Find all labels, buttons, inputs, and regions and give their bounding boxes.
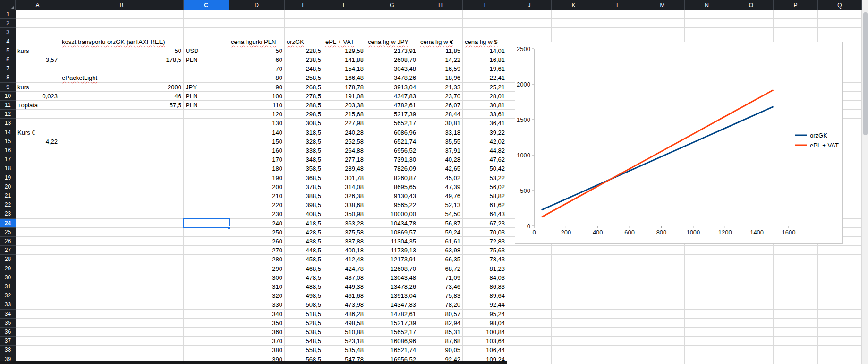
cell-A15[interactable]: 4,22 xyxy=(16,137,60,146)
column-header-F[interactable]: F xyxy=(323,0,366,10)
cell-F4[interactable]: ePL + VAT xyxy=(323,37,366,46)
cell-D36[interactable]: 360 xyxy=(229,328,285,337)
cell-E30[interactable]: 478,5 xyxy=(285,273,323,282)
row-header-17[interactable]: 17 xyxy=(0,155,16,164)
cell-I16[interactable]: 44,82 xyxy=(463,146,507,155)
select-all-corner[interactable] xyxy=(0,0,16,10)
cell-I6[interactable]: 16,81 xyxy=(463,55,507,64)
cell-H4[interactable]: cena fig w € xyxy=(418,37,463,46)
cell-I15[interactable]: 42,02 xyxy=(463,137,507,146)
cell-H9[interactable]: 21,33 xyxy=(418,83,463,92)
cell-D27[interactable]: 270 xyxy=(229,246,285,255)
cell-I31[interactable]: 86,83 xyxy=(463,282,507,291)
column-header-L[interactable]: L xyxy=(596,0,640,10)
cell-I37[interactable]: 103,64 xyxy=(463,337,507,346)
cell-H22[interactable]: 52,13 xyxy=(418,200,463,209)
column-header-N[interactable]: N xyxy=(685,0,729,10)
column-header-K[interactable]: K xyxy=(552,0,596,10)
row-header-24[interactable]: 24 xyxy=(0,219,16,228)
cell-I24[interactable]: 67,23 xyxy=(463,219,507,228)
cell-I30[interactable]: 84,03 xyxy=(463,273,507,282)
cell-E16[interactable]: 338,5 xyxy=(285,146,323,155)
row-header-37[interactable]: 37 xyxy=(0,337,16,346)
cell-B8[interactable]: ePacketLight xyxy=(60,73,184,82)
cell-H19[interactable]: 45,02 xyxy=(418,173,463,182)
cell-B6[interactable]: 178,5 xyxy=(60,55,184,64)
cell-E28[interactable]: 458,5 xyxy=(285,255,323,264)
cell-E14[interactable]: 318,5 xyxy=(285,128,323,137)
cell-G23[interactable]: 10000,00 xyxy=(366,209,418,218)
row-header-23[interactable]: 23 xyxy=(0,209,16,218)
cell-A9[interactable]: kurs xyxy=(16,83,60,92)
cell-E27[interactable]: 448,5 xyxy=(285,246,323,255)
cell-F7[interactable]: 154,18 xyxy=(323,64,366,73)
cell-H34[interactable]: 80,57 xyxy=(418,310,463,319)
row-header-33[interactable]: 33 xyxy=(0,300,16,309)
cell-I29[interactable]: 81,23 xyxy=(463,264,507,273)
cell-A11[interactable]: +opłata xyxy=(16,101,60,110)
cell-E22[interactable]: 398,5 xyxy=(285,200,323,209)
row-header-1[interactable]: 1 xyxy=(0,10,16,19)
cell-E37[interactable]: 548,5 xyxy=(285,337,323,346)
cell-G4[interactable]: cena fig w JPY xyxy=(366,37,418,46)
cell-E31[interactable]: 488,5 xyxy=(285,282,323,291)
cell-H16[interactable]: 37,91 xyxy=(418,146,463,155)
cell-E6[interactable]: 238,5 xyxy=(285,55,323,64)
cell-F8[interactable]: 166,48 xyxy=(323,73,366,82)
cell-I22[interactable]: 61,62 xyxy=(463,200,507,209)
cell-F14[interactable]: 240,28 xyxy=(323,128,366,137)
cell-G7[interactable]: 3043,48 xyxy=(366,64,418,73)
cell-H13[interactable]: 30,81 xyxy=(418,119,463,128)
scrollbar-thumb[interactable] xyxy=(863,12,868,135)
cell-E24[interactable]: 418,5 xyxy=(285,219,323,228)
cell-E15[interactable]: 328,5 xyxy=(285,137,323,146)
cell-C5[interactable]: USD xyxy=(184,46,229,55)
row-header-30[interactable]: 30 xyxy=(0,273,16,282)
cell-G17[interactable]: 7391,30 xyxy=(366,155,418,164)
row-header-11[interactable]: 11 xyxy=(0,101,16,110)
cell-G26[interactable]: 11304,35 xyxy=(366,237,418,246)
cell-G16[interactable]: 6956,52 xyxy=(366,146,418,155)
cell-H10[interactable]: 23,70 xyxy=(418,92,463,101)
cell-E4[interactable]: orzGK xyxy=(285,37,323,46)
cell-F38[interactable]: 535,48 xyxy=(323,346,366,355)
cell-G32[interactable]: 13913,04 xyxy=(366,291,418,300)
cell-E5[interactable]: 228,5 xyxy=(285,46,323,55)
cell-D34[interactable]: 340 xyxy=(229,310,285,319)
cell-G18[interactable]: 7826,09 xyxy=(366,164,418,173)
row-header-9[interactable]: 9 xyxy=(0,83,16,92)
cell-F23[interactable]: 350,98 xyxy=(323,209,366,218)
cell-G36[interactable]: 15652,17 xyxy=(366,328,418,337)
cell-F35[interactable]: 498,58 xyxy=(323,319,366,328)
row-header-35[interactable]: 35 xyxy=(0,319,16,328)
cell-F29[interactable]: 424,78 xyxy=(323,264,366,273)
cell-I12[interactable]: 33,61 xyxy=(463,110,507,119)
row-header-5[interactable]: 5 xyxy=(0,46,16,55)
cell-H32[interactable]: 75,83 xyxy=(418,291,463,300)
cell-H38[interactable]: 90,05 xyxy=(418,346,463,355)
row-header-3[interactable]: 3 xyxy=(0,28,16,37)
cell-F33[interactable]: 473,98 xyxy=(323,300,366,309)
vertical-scrollbar[interactable] xyxy=(862,0,868,364)
cell-G22[interactable]: 9565,22 xyxy=(366,200,418,209)
cell-D20[interactable]: 200 xyxy=(229,182,285,191)
cell-E10[interactable]: 278,5 xyxy=(285,92,323,101)
cell-F25[interactable]: 375,58 xyxy=(323,228,366,237)
column-header-H[interactable]: H xyxy=(418,0,463,10)
cell-D9[interactable]: 90 xyxy=(229,83,285,92)
column-header-Q[interactable]: Q xyxy=(818,0,862,10)
row-header-21[interactable]: 21 xyxy=(0,191,16,200)
cell-A10[interactable]: 0,023 xyxy=(16,92,60,101)
cell-D24[interactable]: 240 xyxy=(229,219,285,228)
cell-C6[interactable]: PLN xyxy=(184,55,229,64)
cell-I34[interactable]: 95,24 xyxy=(463,310,507,319)
cell-H20[interactable]: 47,39 xyxy=(418,182,463,191)
cell-F26[interactable]: 387,88 xyxy=(323,237,366,246)
cell-I38[interactable]: 106,44 xyxy=(463,346,507,355)
cell-I20[interactable]: 56,02 xyxy=(463,182,507,191)
cell-D10[interactable]: 100 xyxy=(229,92,285,101)
row-header-28[interactable]: 28 xyxy=(0,255,16,264)
cell-G37[interactable]: 16086,96 xyxy=(366,337,418,346)
cell-G5[interactable]: 2173,91 xyxy=(366,46,418,55)
cell-E9[interactable]: 268,5 xyxy=(285,83,323,92)
